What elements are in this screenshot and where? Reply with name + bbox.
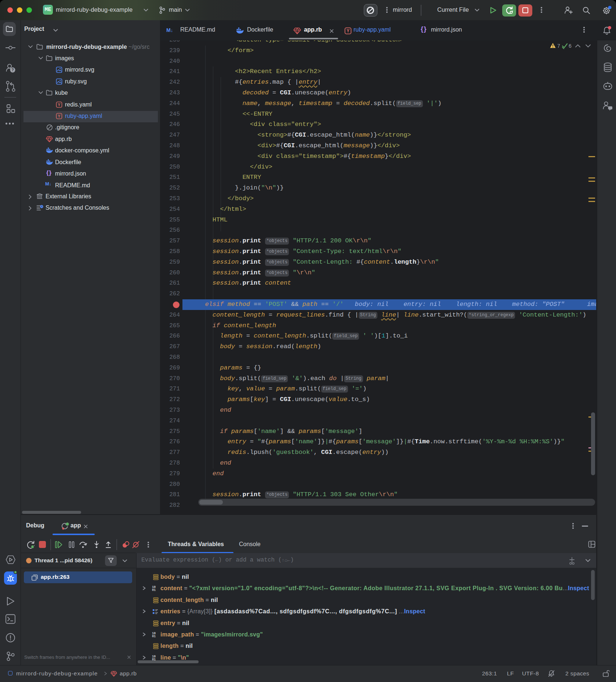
svg-text:?: ?: [11, 68, 14, 72]
svg-text:7: 7: [557, 43, 560, 49]
svg-text:Y: Y: [58, 102, 61, 107]
svg-text:6: 6: [569, 43, 572, 49]
svg-text:Y: Y: [347, 28, 349, 33]
svg-text:Y: Y: [58, 114, 61, 118]
